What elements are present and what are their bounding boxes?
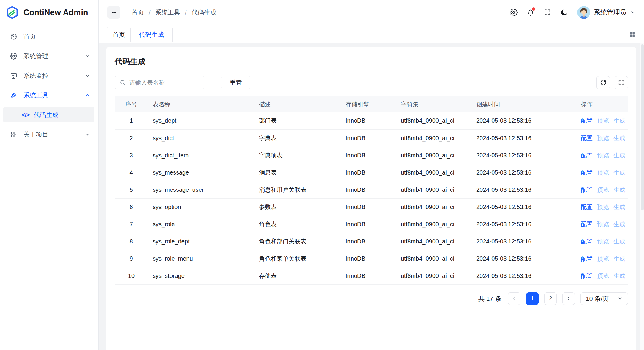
search-icon	[119, 79, 126, 86]
table-tools	[596, 76, 628, 89]
cell-created: 2024-05-03 12:53:16	[471, 181, 576, 198]
cell-charset: utf8mb4_0900_ai_ci	[396, 129, 471, 147]
breadcrumb-system-tools[interactable]: 系统工具	[155, 8, 180, 17]
config-link[interactable]: 配置	[581, 204, 593, 210]
logo-hexagon-icon	[5, 6, 19, 19]
pagination-page-1[interactable]: 1	[526, 292, 539, 305]
content-scrollbar	[640, 43, 644, 350]
sidebar-item-system-management[interactable]: 系统管理	[3, 49, 94, 64]
cell-no: 9	[115, 250, 148, 267]
sidebar-item-about-project[interactable]: 关于项目	[3, 127, 94, 142]
tables-table: 序号 表名称 描述 存储引擎 字符集 创建时间 操作 1sys_dept部门表I…	[115, 96, 628, 285]
cell-charset: utf8mb4_0900_ai_ci	[396, 198, 471, 216]
config-link[interactable]: 配置	[581, 135, 593, 141]
config-link[interactable]: 配置	[581, 152, 593, 159]
table-name-search[interactable]	[115, 76, 204, 89]
cell-desc: 字典表	[254, 129, 341, 147]
app-title: ContiNew Admin	[23, 8, 88, 17]
cell-created: 2024-05-03 12:53:16	[471, 233, 576, 250]
sidebar-item-system-monitor[interactable]: 系统监控	[3, 68, 94, 83]
generate-link: 生成	[613, 255, 625, 262]
table-row: 5sys_message_user消息和用户关联表InnoDButf8mb4_0…	[115, 181, 628, 198]
breadcrumb-home[interactable]: 首页	[132, 8, 144, 17]
chevron-down-icon	[85, 132, 90, 137]
generate-link: 生成	[613, 152, 625, 159]
dashboard-icon	[10, 33, 18, 40]
sidebar-item-system-tools[interactable]: 系统工具	[3, 88, 94, 103]
cell-actions: 配置预览生成	[576, 250, 628, 267]
config-link[interactable]: 配置	[581, 117, 593, 124]
sidebar-item-home[interactable]: 首页	[3, 29, 94, 44]
pagination-next-button[interactable]	[562, 292, 575, 305]
sidebar-collapse-button[interactable]	[107, 6, 120, 19]
table-row: 2sys_dict字典表InnoDButf8mb4_0900_ai_ci2024…	[115, 129, 628, 147]
table-row: 9sys_role_menu角色和菜单关联表InnoDButf8mb4_0900…	[115, 250, 628, 267]
fullscreen-button[interactable]	[544, 9, 551, 16]
sidebar-item-label: 代码生成	[34, 111, 90, 119]
cell-engine: InnoDB	[341, 250, 396, 267]
table-row: 4sys_message消息表InnoDButf8mb4_0900_ai_ci2…	[115, 164, 628, 181]
search-input[interactable]	[129, 79, 200, 86]
scrollbar-thumb[interactable]	[641, 44, 644, 210]
config-link[interactable]: 配置	[581, 255, 593, 262]
gear-icon	[510, 9, 518, 16]
toolbar: 重置	[115, 76, 628, 89]
column-header-desc: 描述	[254, 96, 341, 112]
cell-engine: InnoDB	[341, 164, 396, 181]
breadcrumb-separator: /	[149, 9, 151, 16]
config-link[interactable]: 配置	[581, 169, 593, 176]
chevron-left-icon	[512, 296, 517, 301]
dark-mode-button[interactable]	[560, 9, 568, 16]
cell-desc: 部门表	[254, 112, 341, 129]
generate-link: 生成	[613, 186, 625, 193]
sidebar-item-label: 系统监控	[23, 72, 85, 80]
cell-name: sys_dict_item	[148, 147, 254, 164]
cell-name: sys_message_user	[148, 181, 254, 198]
reset-button[interactable]: 重置	[221, 76, 250, 89]
tab-home[interactable]: 首页	[107, 27, 131, 42]
logo[interactable]: ContiNew Admin	[0, 0, 98, 25]
cell-engine: InnoDB	[341, 181, 396, 198]
sidebar-item-label: 关于项目	[23, 130, 85, 139]
config-link[interactable]: 配置	[581, 238, 593, 245]
pagination-prev-button	[508, 292, 520, 305]
cell-desc: 角色表	[254, 216, 341, 233]
pagination-page-2[interactable]: 2	[544, 292, 557, 305]
generate-link: 生成	[613, 273, 625, 279]
cell-name: sys_role	[148, 216, 254, 233]
cell-engine: InnoDB	[341, 112, 396, 129]
column-header-no: 序号	[115, 96, 148, 112]
tab-actions-button[interactable]	[627, 29, 637, 39]
user-menu[interactable]: 系统管理员	[577, 6, 635, 19]
config-link[interactable]: 配置	[581, 186, 593, 193]
cell-name: sys_dict	[148, 129, 254, 147]
generate-link: 生成	[613, 221, 625, 227]
gear-icon	[10, 53, 18, 60]
cell-created: 2024-05-03 12:53:16	[471, 112, 576, 129]
column-header-created: 创建时间	[471, 96, 576, 112]
table-fullscreen-button[interactable]	[615, 76, 628, 89]
cell-actions: 配置预览生成	[576, 147, 628, 164]
notification-badge	[532, 7, 535, 11]
settings-button[interactable]	[510, 9, 518, 16]
table-row: 3sys_dict_item字典项表InnoDButf8mb4_0900_ai_…	[115, 147, 628, 164]
cell-engine: InnoDB	[341, 198, 396, 216]
column-header-engine: 存储引擎	[341, 96, 396, 112]
expand-icon	[618, 79, 625, 86]
config-link[interactable]: 配置	[581, 273, 593, 279]
content-area: 代码生成 重置	[99, 43, 644, 350]
notifications-button[interactable]	[527, 9, 534, 16]
config-link[interactable]: 配置	[581, 221, 593, 227]
tab-code-generation[interactable]: 代码生成	[130, 27, 173, 42]
cell-actions: 配置预览生成	[576, 216, 628, 233]
refresh-button[interactable]	[596, 76, 610, 89]
page-size-select[interactable]: 10 条/页	[580, 292, 628, 305]
tab-bar: 首页 代码生成	[99, 25, 644, 42]
cell-engine: InnoDB	[341, 216, 396, 233]
chevron-down-icon	[85, 73, 90, 78]
column-header-charset: 字符集	[396, 96, 471, 112]
cell-engine: InnoDB	[341, 233, 396, 250]
sidebar-item-code-generation[interactable]: </> 代码生成	[3, 107, 94, 122]
menu-fold-icon	[110, 9, 118, 16]
cell-name: sys_option	[148, 198, 254, 216]
